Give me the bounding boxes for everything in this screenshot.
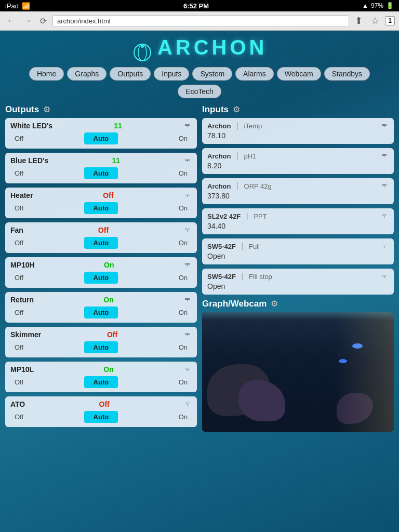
status-bar: iPad 📶 6:52 PM ▲ 97% 🔋	[0, 0, 399, 11]
auto-btn-fan[interactable]: Auto	[84, 237, 118, 249]
on-btn-blue-leds[interactable]: On	[175, 168, 192, 179]
auto-btn-mp10h[interactable]: Auto	[84, 272, 118, 284]
main-grid: Outputs ⚙ White LED's 11 ⫧ Off Auto On	[5, 104, 394, 432]
filter-icon-mp10l[interactable]: ⫧	[183, 365, 192, 374]
tab-count[interactable]: 1	[385, 16, 395, 25]
signal-icon: ▲	[362, 2, 368, 9]
filter-icon-sw5-fillstop[interactable]: ⫧	[380, 272, 389, 281]
nav-graphs[interactable]: Graphs	[67, 67, 107, 81]
off-btn-mp10h[interactable]: Off	[10, 272, 28, 283]
on-btn-mp10l[interactable]: On	[175, 377, 192, 388]
input-value-sl2v2: 34.40	[207, 222, 389, 230]
off-btn-skimmer[interactable]: Off	[10, 342, 28, 353]
graph-gear-icon[interactable]: ⚙	[271, 299, 278, 309]
input-source-orp: Archon	[207, 182, 231, 190]
auto-btn-white-leds[interactable]: Auto	[84, 132, 118, 144]
auto-btn-ato[interactable]: Auto	[84, 411, 118, 423]
graph-header: Graph/Webcam ⚙	[202, 299, 394, 309]
inputs-gear-icon[interactable]: ⚙	[233, 104, 240, 114]
input-sw5-full: SW5-42F | Full ⫧ Open	[202, 238, 394, 264]
on-btn-ato[interactable]: On	[175, 411, 192, 422]
input-value-sw5-full: Open	[207, 252, 389, 260]
filter-icon-ph1[interactable]: ⫧	[380, 151, 389, 161]
graph-webcam-section: Graph/Webcam ⚙	[202, 299, 394, 432]
output-status-mp10h: On	[104, 261, 114, 269]
filter-icon-heater[interactable]: ⫧	[183, 191, 192, 200]
filter-icon-orp[interactable]: ⫧	[380, 181, 389, 191]
nav-inputs[interactable]: Inputs	[154, 67, 189, 81]
page-content: ARCHON Home Graphs Outputs Inputs System…	[0, 31, 399, 442]
bookmark-button[interactable]: ☆	[368, 14, 382, 28]
battery-icon: 🔋	[386, 2, 394, 9]
output-ato: ATO Off ⫧ Off Auto On	[5, 396, 197, 427]
filter-icon-ato[interactable]: ⫧	[183, 400, 192, 409]
nav-standbys[interactable]: Standbys	[324, 67, 370, 81]
nav-webcam[interactable]: Webcam	[277, 67, 321, 81]
outputs-gear-icon[interactable]: ⚙	[43, 104, 50, 114]
nav-alarms[interactable]: Alarms	[235, 67, 274, 81]
input-sw5-fillstop: SW5-42F | Fill stop ⫧ Open	[202, 269, 394, 295]
filter-icon-white-leds[interactable]: ⫧	[183, 121, 192, 130]
nav-home[interactable]: Home	[29, 67, 64, 81]
off-btn-white-leds[interactable]: Off	[10, 133, 28, 144]
filter-icon-itemp[interactable]: ⫧	[380, 121, 389, 130]
auto-btn-blue-leds[interactable]: Auto	[84, 167, 118, 179]
auto-btn-return[interactable]: Auto	[84, 307, 118, 318]
outputs-header: Outputs ⚙	[5, 104, 197, 115]
filter-icon-skimmer[interactable]: ⫧	[183, 330, 192, 339]
off-btn-ato[interactable]: Off	[10, 411, 28, 422]
off-btn-return[interactable]: Off	[10, 307, 28, 318]
forward-button[interactable]: →	[21, 15, 34, 26]
back-button[interactable]: ←	[4, 15, 18, 26]
on-btn-mp10h[interactable]: On	[175, 272, 192, 283]
inputs-header: Inputs ⚙	[202, 104, 394, 115]
on-btn-skimmer[interactable]: On	[175, 342, 192, 353]
filter-icon-blue-leds[interactable]: ⫧	[183, 156, 192, 165]
on-btn-white-leds[interactable]: On	[175, 133, 192, 144]
output-status-blue-leds: 11	[112, 156, 120, 165]
off-btn-heater[interactable]: Off	[10, 203, 28, 214]
on-btn-fan[interactable]: On	[175, 237, 192, 248]
glass-panel	[336, 312, 394, 432]
input-sl2v2: SL2v2 42F | PPT ⫧ 34.40	[202, 208, 394, 234]
output-status-white-leds: 11	[114, 122, 122, 130]
nav-ecotech[interactable]: EcoTech	[178, 85, 221, 98]
on-btn-heater[interactable]: On	[175, 203, 192, 214]
filter-icon-fan[interactable]: ⫧	[183, 225, 192, 235]
input-name-ph1: pH1	[244, 152, 257, 160]
share-button[interactable]: ⬆	[352, 14, 365, 28]
auto-btn-mp10l[interactable]: Auto	[84, 376, 118, 388]
output-name-return: Return	[10, 296, 34, 304]
refresh-button[interactable]: ⟳	[37, 15, 49, 27]
output-name-white-leds: White LED's	[10, 122, 52, 130]
input-name-sl2v2: PPT	[254, 212, 267, 220]
nav-system[interactable]: System	[192, 67, 232, 81]
logo-area: ARCHON	[5, 31, 394, 67]
output-status-skimmer: Off	[107, 330, 117, 339]
input-value-sw5-fillstop: Open	[207, 282, 389, 290]
filter-icon-sw5-full[interactable]: ⫧	[380, 242, 389, 251]
input-value-ph1: 8.20	[207, 162, 389, 170]
on-btn-return[interactable]: On	[175, 307, 192, 318]
filter-icon-mp10h[interactable]: ⫧	[183, 260, 192, 270]
auto-btn-skimmer[interactable]: Auto	[84, 341, 118, 353]
off-btn-mp10l[interactable]: Off	[10, 377, 28, 388]
output-name-mp10h: MP10H	[10, 261, 35, 269]
filter-icon-sl2v2[interactable]: ⫧	[380, 211, 389, 221]
address-bar[interactable]	[52, 15, 349, 27]
inputs-section: Inputs ⚙ Archon | iTemp ⫧ 78.10	[202, 104, 394, 295]
output-status-return: On	[103, 296, 113, 304]
input-ph1: Archon | pH1 ⫧ 8.20	[202, 148, 394, 174]
off-btn-fan[interactable]: Off	[10, 237, 28, 248]
output-mp10h: MP10H On ⫧ Off Auto On	[5, 257, 197, 288]
output-status-ato: Off	[99, 400, 110, 408]
graph-title: Graph/Webcam	[202, 299, 267, 309]
filter-icon-return[interactable]: ⫧	[183, 295, 192, 304]
nav-outputs[interactable]: Outputs	[110, 67, 151, 81]
off-btn-blue-leds[interactable]: Off	[10, 168, 28, 179]
output-status-heater: Off	[103, 191, 113, 200]
status-time: 6:52 PM	[183, 2, 209, 10]
output-fan: Fan Off ⫧ Off Auto On	[5, 222, 197, 253]
auto-btn-heater[interactable]: Auto	[84, 202, 118, 214]
input-name-sw5-fillstop: Fill stop	[249, 273, 272, 281]
